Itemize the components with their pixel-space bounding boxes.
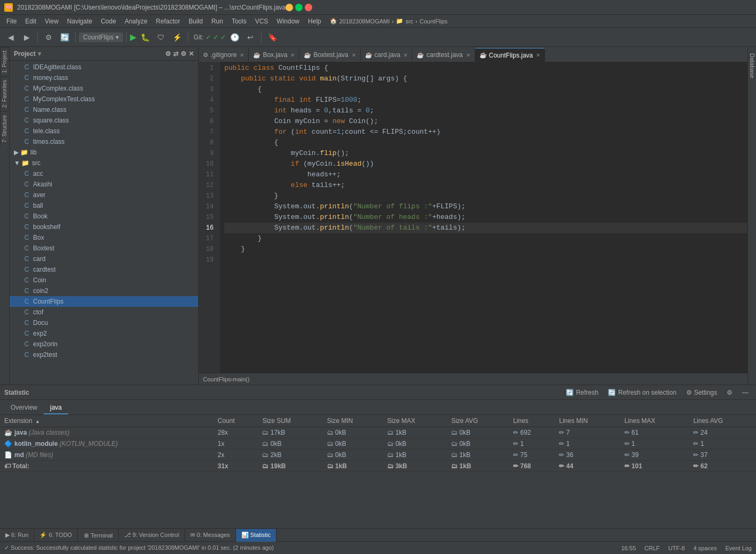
debug-btn[interactable]: 🐛 — [137, 30, 152, 45]
maximize-button[interactable] — [295, 4, 303, 11]
code-content[interactable]: public class CountFlips { public static … — [220, 62, 747, 373]
tree-item-times[interactable]: C times.class — [10, 136, 198, 147]
stat-tab-java[interactable]: java — [44, 402, 68, 414]
menu-build[interactable]: Build — [184, 17, 207, 26]
profile-btn[interactable]: ⚡ — [169, 30, 184, 45]
tab-card[interactable]: ☕ card.java ✕ — [361, 48, 413, 62]
bookmark-btn[interactable]: 🔖 — [265, 30, 280, 45]
panel-sync-btn[interactable]: ⇄ — [173, 50, 178, 58]
sidebar-project-tab[interactable]: 1: Project — [0, 47, 9, 76]
todo-tool-btn[interactable]: ⚡ 6: TODO — [34, 529, 78, 542]
menu-analyze[interactable]: Analyze — [120, 17, 152, 26]
run-tool-btn[interactable]: ▶ 6: Run — [0, 529, 34, 542]
col-lines-max[interactable]: Lines MAX — [620, 415, 689, 427]
tree-item-Box[interactable]: C Box — [10, 232, 198, 243]
tab-close-cardtest[interactable]: ✕ — [466, 52, 470, 58]
tree-item-Book[interactable]: C Book — [10, 211, 198, 222]
database-label[interactable]: Database — [747, 51, 757, 80]
sidebar-favorites-tab[interactable]: 2: Favorites — [0, 76, 9, 111]
sidebar-structure-tab[interactable]: 7: Structure — [0, 111, 9, 146]
tree-item-MyComplex[interactable]: C MyComplex.class — [10, 83, 198, 94]
close-button[interactable] — [305, 4, 312, 11]
run-button[interactable]: ▶ — [130, 32, 136, 42]
tree-item-MyComplexTest[interactable]: C MyComplexTest.class — [10, 94, 198, 104]
tree-item-src[interactable]: ▼ 📁 src — [10, 158, 198, 168]
tab-close-boxtest[interactable]: ✕ — [352, 52, 356, 58]
menu-edit[interactable]: Edit — [21, 17, 40, 26]
menu-window[interactable]: Window — [272, 17, 304, 26]
project-settings-btn[interactable]: ⚙ — [41, 30, 56, 45]
forward-btn[interactable]: ▶ — [19, 30, 34, 45]
menu-refactor[interactable]: Refactor — [152, 17, 184, 26]
col-lines[interactable]: Lines — [509, 415, 555, 427]
tab-box[interactable]: ☕ Box.java ✕ — [249, 48, 299, 62]
tree-item-Akashi[interactable]: C Akashi — [10, 179, 198, 190]
tab-boxtest[interactable]: ☕ Boxtest.java ✕ — [299, 48, 360, 62]
refresh-button[interactable]: 🔄 Refresh — [563, 388, 601, 397]
coverage-btn[interactable]: 🛡 — [153, 30, 168, 45]
menu-tools[interactable]: Tools — [227, 17, 251, 26]
undo-btn[interactable]: ↩ — [243, 30, 258, 45]
menu-vcs[interactable]: VCS — [251, 17, 273, 26]
tab-close-gitignore[interactable]: ✕ — [240, 52, 244, 58]
menu-help[interactable]: Help — [304, 17, 326, 26]
menu-view[interactable]: View — [40, 17, 63, 26]
status-crlf[interactable]: CRLF — [645, 545, 660, 551]
tree-item-Coin[interactable]: C Coin — [10, 275, 198, 286]
tree-item-Boxtest[interactable]: C Boxtest — [10, 243, 198, 254]
breadcrumb-method[interactable]: main() — [233, 376, 249, 382]
version-control-btn[interactable]: ⎇ 9: Version Control — [119, 529, 185, 542]
back-btn[interactable]: ◀ — [3, 30, 18, 45]
status-charset[interactable]: UTF-8 — [668, 545, 685, 551]
terminal-tool-btn[interactable]: 🖥 Terminal — [78, 529, 118, 542]
history-btn[interactable]: 🕐 — [227, 30, 242, 45]
project-tree[interactable]: C IDEAgittest.class C money.class C MyCo… — [10, 61, 198, 385]
tree-item-IDEAgittest[interactable]: C IDEAgittest.class — [10, 62, 198, 72]
tree-item-exp2[interactable]: C exp2 — [10, 328, 198, 339]
panel-minimize-button[interactable]: — — [739, 388, 752, 397]
tree-item-ball[interactable]: C ball — [10, 200, 198, 211]
menu-file[interactable]: File — [2, 17, 21, 26]
col-extension[interactable]: Extension ▲ — [0, 415, 214, 427]
sync-btn[interactable]: 🔄 — [57, 30, 72, 45]
tab-countflips[interactable]: ☕ CountFlips.java ✕ — [475, 48, 546, 62]
col-size-sum[interactable]: Size SUM — [258, 415, 322, 427]
panel-gear-button[interactable]: ⚙ — [724, 388, 736, 397]
tab-close-countflips[interactable]: ✕ — [536, 52, 540, 58]
col-lines-min[interactable]: Lines MIN — [555, 415, 620, 427]
tab-gitignore[interactable]: ⚙ .gitignore ✕ — [199, 48, 249, 62]
refresh-on-selection-button[interactable]: 🔄 Refresh on selection — [605, 388, 679, 397]
tab-close-card[interactable]: ✕ — [403, 52, 408, 58]
settings-button[interactable]: ⚙ Settings — [683, 388, 720, 397]
tree-item-CountFlips[interactable]: C CountFlips — [10, 296, 198, 307]
menu-navigate[interactable]: Navigate — [63, 17, 96, 26]
stat-table-wrapper[interactable]: Extension ▲ Count Size SUM Size MIN Size… — [0, 415, 756, 528]
tree-item-ctof[interactable]: C ctof — [10, 307, 198, 317]
tree-item-bookshelf[interactable]: C bookshelf — [10, 222, 198, 232]
tab-cardtest[interactable]: ☕ cardtest.java ✕ — [412, 48, 475, 62]
col-lines-avg[interactable]: Lines AVG — [689, 415, 756, 427]
minimize-button[interactable] — [286, 4, 293, 11]
tree-item-coin2[interactable]: C coin2 — [10, 286, 198, 296]
tree-item-money[interactable]: C money.class — [10, 72, 198, 83]
status-event-log[interactable]: Event Log — [725, 545, 752, 551]
status-indent[interactable]: 4 spaces — [693, 545, 717, 551]
tree-item-lib[interactable]: ▶ 📁 lib — [10, 147, 198, 158]
tree-item-aver[interactable]: C aver — [10, 190, 198, 200]
col-size-max[interactable]: Size MAX — [383, 415, 447, 427]
tree-item-cardtest[interactable]: C cardtest — [10, 264, 198, 275]
col-size-min[interactable]: Size MIN — [323, 415, 383, 427]
panel-settings-btn[interactable]: ⚙ — [165, 50, 171, 58]
tree-item-exp2test[interactable]: C exp2test — [10, 349, 198, 360]
col-count[interactable]: Count — [214, 415, 258, 427]
tree-item-acc[interactable]: C acc — [10, 168, 198, 179]
tree-item-card[interactable]: C card — [10, 254, 198, 264]
run-config-selector[interactable]: CountFlips ▾ — [79, 32, 123, 42]
menu-code[interactable]: Code — [96, 17, 120, 26]
tree-item-Docu[interactable]: C Docu — [10, 317, 198, 328]
stat-tab-overview[interactable]: Overview — [4, 402, 44, 414]
tree-item-tele[interactable]: C tele.class — [10, 126, 198, 136]
tree-item-exp2orin[interactable]: C exp2orin — [10, 339, 198, 349]
menu-run[interactable]: Run — [207, 17, 227, 26]
breadcrumb-class[interactable]: CountFlips — [203, 376, 231, 382]
